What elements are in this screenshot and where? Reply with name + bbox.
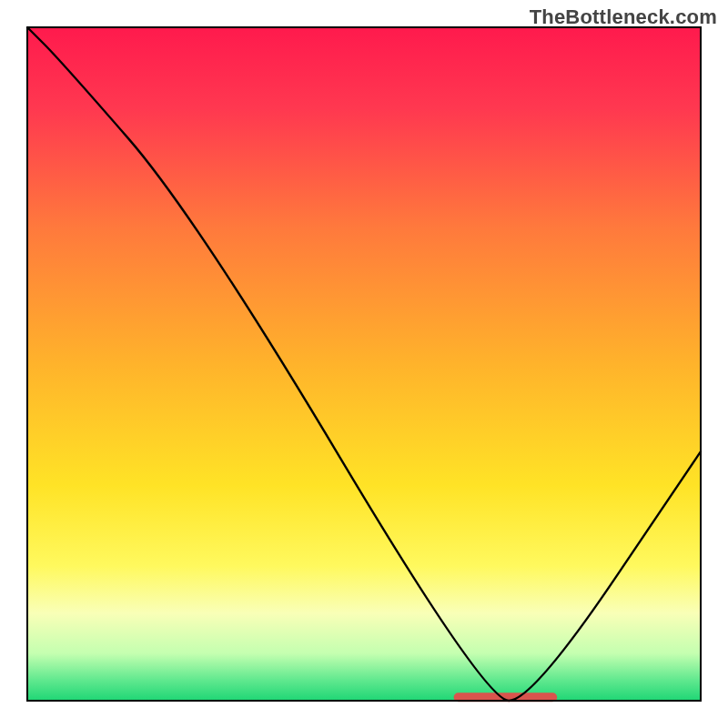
bottleneck-chart xyxy=(0,0,728,728)
watermark-text: TheBottleneck.com xyxy=(530,5,717,29)
